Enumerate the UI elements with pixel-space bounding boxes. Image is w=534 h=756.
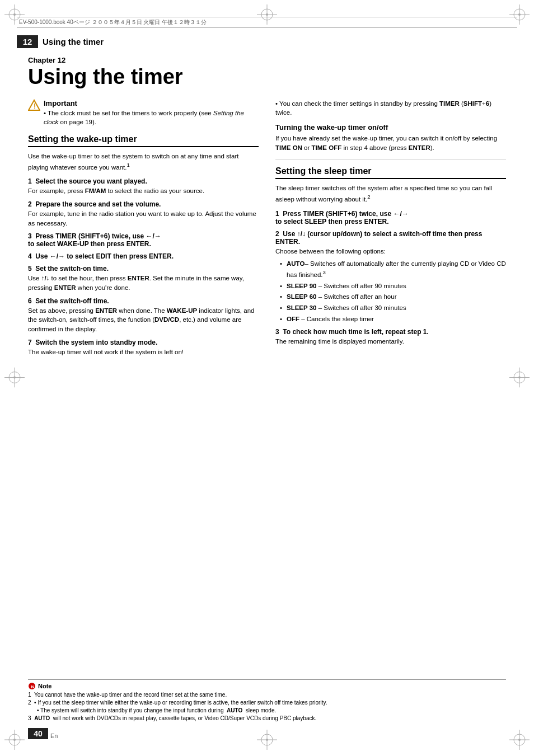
sleep-option-auto: AUTO– Switches off automatically after t… xyxy=(280,259,506,279)
note-section: N Note 1 You cannot have the wake-up tim… xyxy=(28,679,506,722)
step-4: 4 Use ←/→ to select EDIT then press ENTE… xyxy=(28,252,259,260)
sleep-option-60: SLEEP 60 – Switches off after an hour xyxy=(280,292,506,302)
wake-up-intro-sup: 1 xyxy=(127,162,129,168)
step-2: 2 Prepare the source and set the volume.… xyxy=(28,200,259,228)
step-7-title: 7 Switch the system into standby mode. xyxy=(28,339,259,346)
file-info-bar: EV-500-1000.book 40ページ ２００５年４月５日 火曜日 午後１… xyxy=(17,17,517,28)
note-item-1: 1 You cannot have the wake-up timer and … xyxy=(28,691,506,699)
important-body: • The clock must be set for the timers t… xyxy=(44,109,259,126)
svg-point-7 xyxy=(518,13,521,16)
sleep-step-2: 2 Use ↑/↓ (cursor up/down) to select a s… xyxy=(275,230,506,324)
sleep-intro: The sleep timer switches off the system … xyxy=(275,184,506,204)
important-title: Important xyxy=(44,99,259,107)
sleep-option-30: SLEEP 30 – Switches off after 30 minutes xyxy=(280,303,506,313)
svg-text:N: N xyxy=(31,684,35,689)
sleep-step-1: 1 Press TIMER (SHIFT+6) twice, use ←/→to… xyxy=(275,210,506,226)
left-column: ! Important • The clock must be set for … xyxy=(28,99,259,361)
note-item-2b: • The system will switch into standby if… xyxy=(28,707,506,715)
section-divider xyxy=(275,159,506,159)
timer-check-text: • You can check the timer settings in st… xyxy=(275,99,506,118)
step-7: 7 Switch the system into standby mode. T… xyxy=(28,339,259,357)
header-chapter-title: Using the timer xyxy=(43,37,104,46)
step-4-title: 4 Use ←/→ to select EDIT then press ENTE… xyxy=(28,252,259,260)
chapter-title: Using the timer xyxy=(28,65,506,89)
note-icon: N xyxy=(28,682,36,690)
page-number: 40 xyxy=(28,728,48,739)
wake-on-off-body: If you have already set the wake-up time… xyxy=(275,134,506,152)
step-5-body: Use ↑/↓ to set the hour, then press ENTE… xyxy=(28,274,259,292)
step-5-title: 5 Set the switch-on time. xyxy=(28,265,259,273)
svg-point-15 xyxy=(518,739,521,741)
step-6-title: 6 Set the switch-off time. xyxy=(28,297,259,305)
step-1-body: For example, press FM/AM to select the r… xyxy=(28,186,259,196)
svg-point-11 xyxy=(13,739,16,741)
sleep-step-3-body: The remaining time is displayed momentar… xyxy=(275,337,506,346)
note-label: Note xyxy=(38,683,51,689)
wake-up-intro-text: Use the wake-up timer to set the system … xyxy=(28,153,238,171)
svg-point-19 xyxy=(266,13,268,16)
step-1-title: 1 Select the source you want played. xyxy=(28,177,259,185)
step-2-title: 2 Prepare the source and set the volume. xyxy=(28,200,259,208)
svg-point-27 xyxy=(13,376,16,378)
step-6-body: Set as above, pressing ENTER when done. … xyxy=(28,306,259,334)
file-info-text: EV-500-1000.book 40ページ ２００５年４月５日 火曜日 午後１… xyxy=(19,18,207,26)
note-item-2: 2 • If you set the sleep timer while eit… xyxy=(28,699,506,707)
important-content: Important • The clock must be set for th… xyxy=(44,99,259,126)
step-5: 5 Set the switch-on time. Use ↑/↓ to set… xyxy=(28,265,259,292)
note-item-3: 3 AUTO will not work with DVD/CDs in rep… xyxy=(28,715,506,722)
two-col-layout: ! Important • The clock must be set for … xyxy=(28,99,506,361)
step-7-body: The wake-up timer will not work if the s… xyxy=(28,348,259,357)
svg-point-23 xyxy=(266,739,268,741)
note-header: N Note xyxy=(28,682,506,690)
svg-text:!: ! xyxy=(34,102,36,110)
chapter-label: Chapter 12 xyxy=(28,56,506,64)
right-column: • You can check the timer settings in st… xyxy=(275,99,506,361)
important-box: ! Important • The clock must be set for … xyxy=(28,99,259,126)
main-content: Chapter 12 Using the timer ! Important •… xyxy=(28,56,506,711)
corner-mark-mr xyxy=(509,367,530,389)
sleep-option-90: SLEEP 90 – Switches off after 90 minutes xyxy=(280,281,506,291)
warning-icon: ! xyxy=(28,99,40,111)
sleep-step-2-title: 2 Use ↑/↓ (cursor up/down) to select a s… xyxy=(275,230,506,246)
step-6: 6 Set the switch-off time. Set as above,… xyxy=(28,297,259,334)
step-3: 3 Press TIMER (SHIFT+6) twice, use ←/→to… xyxy=(28,232,259,248)
corner-mark-br xyxy=(509,730,530,752)
svg-point-3 xyxy=(13,13,16,16)
sleep-step-1-title: 1 Press TIMER (SHIFT+6) twice, use ←/→to… xyxy=(275,210,506,226)
sleep-step-3-title: 3 To check how much time is left, repeat… xyxy=(275,328,506,336)
important-bullet: • The clock must be set for the timers t… xyxy=(44,110,244,125)
step-3-title: 3 Press TIMER (SHIFT+6) twice, use ←/→to… xyxy=(28,232,259,248)
sleep-step-3: 3 To check how much time is left, repeat… xyxy=(275,328,506,346)
step-2-body: For example, tune in the radio station y… xyxy=(28,209,259,228)
corner-mark-bl xyxy=(4,730,25,752)
step-1: 1 Select the source you want played. For… xyxy=(28,177,259,196)
wake-on-off-heading: Turning the wake-up timer on/off xyxy=(275,123,506,132)
sleep-step-2-body: Choose between the following options: xyxy=(275,247,506,256)
page-lang: En xyxy=(50,732,58,739)
wake-up-intro: Use the wake-up timer to set the system … xyxy=(28,152,259,172)
corner-mark-ml xyxy=(4,367,25,389)
sleep-options-list: AUTO– Switches off automatically after t… xyxy=(275,259,506,323)
note-text: 1 You cannot have the wake-up timer and … xyxy=(28,691,506,722)
header-bar: 12 Using the timer xyxy=(17,34,517,49)
sleep-heading: Setting the sleep timer xyxy=(275,166,506,179)
chapter-badge: 12 xyxy=(17,35,38,48)
corner-mark-bc xyxy=(257,730,277,752)
sleep-option-off: OFF – Cancels the sleep timer xyxy=(280,314,506,324)
svg-point-31 xyxy=(518,376,521,378)
wake-up-heading: Setting the wake-up timer xyxy=(28,134,259,147)
